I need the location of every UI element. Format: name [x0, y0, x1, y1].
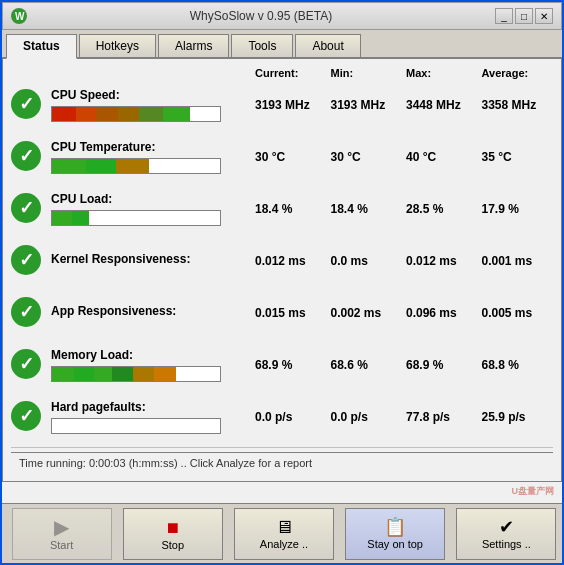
col-header-current: Current: [251, 67, 327, 79]
tab-status[interactable]: Status [6, 34, 77, 59]
metric-row-cpu-temp: ✓ CPU Temperature: 30 °C 30 °C [11, 135, 553, 179]
stay-on-top-button[interactable]: 📋 Stay on top [345, 508, 445, 560]
maximize-button[interactable]: □ [515, 8, 533, 24]
analyze-label: Analyze .. [260, 538, 308, 550]
pagefaults-max-col: 77.8 p/s [402, 410, 478, 424]
app-current: 0.015 ms [255, 306, 327, 320]
analyze-icon: 🖥 [275, 518, 293, 536]
app-avg-col: 0.005 ms [478, 306, 554, 320]
pagefaults-values: 0.0 p/s 0.0 p/s 77.8 p/s 25.9 p/s [251, 410, 553, 424]
metric-left-cpu-load: CPU Load: [51, 192, 251, 226]
start-label: Start [50, 539, 73, 551]
cpu-load-current-col: 18.4 % [251, 202, 327, 216]
tab-tools[interactable]: Tools [231, 34, 293, 57]
status-text: Time running: 0:00:03 (h:mm:ss) .. Click… [19, 457, 312, 469]
cpu-speed-label: CPU Speed: [51, 88, 251, 102]
kernel-min: 0.0 ms [331, 254, 403, 268]
kernel-avg: 0.001 ms [482, 254, 554, 268]
app-avg: 0.005 ms [482, 306, 554, 320]
memory-current-col: 68.9 % [251, 358, 327, 372]
app-max: 0.096 ms [406, 306, 478, 320]
memory-current: 68.9 % [255, 358, 327, 372]
stay-on-top-label: Stay on top [367, 538, 423, 550]
cpu-temp-min-col: 30 °C [327, 150, 403, 164]
metric-row-kernel: ✓ Kernel Responsiveness: 0.012 ms 0.0 ms… [11, 239, 553, 283]
kernel-min-col: 0.0 ms [327, 254, 403, 268]
watermark: U盘量产网 [512, 485, 555, 498]
stop-icon: ■ [167, 517, 179, 537]
memory-min-col: 68.6 % [327, 358, 403, 372]
kernel-label: Kernel Responsiveness: [51, 252, 251, 266]
settings-button[interactable]: ✔ Settings .. [456, 508, 556, 560]
metric-left-kernel: Kernel Responsiveness: [51, 252, 251, 270]
pagefaults-min-col: 0.0 p/s [327, 410, 403, 424]
pagefaults-current: 0.0 p/s [255, 410, 327, 424]
stay-on-top-icon: 📋 [384, 518, 406, 536]
cpu-temp-max: 40 °C [406, 150, 478, 164]
main-content: Current: Min: Max: Average: ✓ CPU Speed: [2, 59, 562, 482]
kernel-avg-col: 0.001 ms [478, 254, 554, 268]
kernel-current-col: 0.012 ms [251, 254, 327, 268]
svg-text:W: W [15, 11, 25, 22]
tab-alarms[interactable]: Alarms [158, 34, 229, 57]
tab-hotkeys[interactable]: Hotkeys [79, 34, 156, 57]
app-icon: W [11, 8, 27, 24]
app-current-col: 0.015 ms [251, 306, 327, 320]
checkmark-icon: ✓ [11, 245, 41, 275]
divider [11, 447, 553, 448]
cpu-speed-values: 3193 MHz 3193 MHz 3448 MHz 3358 MHz [251, 98, 553, 112]
window-title: WhySoSlow v 0.95 (BETA) [27, 9, 495, 23]
pagefaults-avg-col: 25.9 p/s [478, 410, 554, 424]
kernel-max-col: 0.012 ms [402, 254, 478, 268]
metric-left-cpu-speed: CPU Speed: [51, 88, 251, 122]
settings-label: Settings .. [482, 538, 531, 550]
memory-values: 68.9 % 68.6 % 68.9 % 68.8 % [251, 358, 553, 372]
cpu-speed-avg: 3358 MHz [482, 98, 554, 112]
close-button[interactable]: ✕ [535, 8, 553, 24]
pagefaults-min: 0.0 p/s [331, 410, 403, 424]
cpu-temp-current: 30 °C [255, 150, 327, 164]
cpu-load-current: 18.4 % [255, 202, 327, 216]
analyze-button[interactable]: 🖥 Analyze .. [234, 508, 334, 560]
metric-left-memory: Memory Load: [51, 348, 251, 382]
pagefaults-current-col: 0.0 p/s [251, 410, 327, 424]
checkmark-icon: ✓ [11, 141, 41, 171]
checkmark-icon: ✓ [11, 349, 41, 379]
cpu-speed-bar [51, 106, 221, 122]
pagefaults-max: 77.8 p/s [406, 410, 478, 424]
app-max-col: 0.096 ms [402, 306, 478, 320]
pagefaults-label: Hard pagefaults: [51, 400, 251, 414]
metric-left-pagefaults: Hard pagefaults: [51, 400, 251, 434]
minimize-button[interactable]: _ [495, 8, 513, 24]
cpu-temp-min: 30 °C [331, 150, 403, 164]
cpu-load-max-col: 28.5 % [402, 202, 478, 216]
app-min: 0.002 ms [331, 306, 403, 320]
cpu-load-avg-col: 17.9 % [478, 202, 554, 216]
column-headers: Current: Min: Max: Average: [251, 67, 553, 79]
tab-about[interactable]: About [295, 34, 360, 57]
cpu-load-min: 18.4 % [331, 202, 403, 216]
cpu-temp-values: 30 °C 30 °C 40 °C 35 °C [251, 150, 553, 164]
settings-icon: ✔ [499, 518, 514, 536]
stop-button[interactable]: ■ Stop [123, 508, 223, 560]
memory-avg: 68.8 % [482, 358, 554, 372]
status-ok-cpu-temp: ✓ [11, 141, 43, 173]
cpu-load-values: 18.4 % 18.4 % 28.5 % 17.9 % [251, 202, 553, 216]
cpu-speed-min-col: 3193 MHz [327, 98, 403, 112]
metric-row-cpu-load: ✓ CPU Load: 18.4 % 18.4 % 28.5 % [11, 187, 553, 231]
col-header-max: Max: [402, 67, 478, 79]
metric-left-cpu-temp: CPU Temperature: [51, 140, 251, 174]
title-bar: W WhySoSlow v 0.95 (BETA) _ □ ✕ [2, 2, 562, 30]
status-ok-pagefaults: ✓ [11, 401, 43, 433]
kernel-max: 0.012 ms [406, 254, 478, 268]
metric-row-pagefaults: ✓ Hard pagefaults: 0.0 p/s 0.0 p/s 77.8 … [11, 395, 553, 439]
memory-max-col: 68.9 % [402, 358, 478, 372]
checkmark-icon: ✓ [11, 89, 41, 119]
col-header-average: Average: [478, 67, 554, 79]
col-header-min: Min: [327, 67, 403, 79]
tab-bar: Status Hotkeys Alarms Tools About [2, 30, 562, 59]
app-min-col: 0.002 ms [327, 306, 403, 320]
start-button[interactable]: ▶ Start [12, 508, 112, 560]
cpu-temp-avg-col: 35 °C [478, 150, 554, 164]
pagefaults-bar [51, 418, 221, 434]
